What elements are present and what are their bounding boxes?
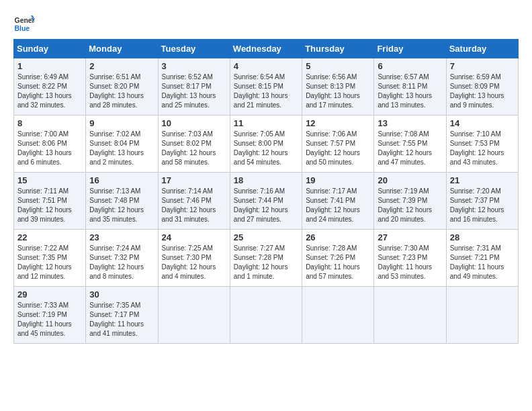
- day-info: Sunrise: 6:52 AM Sunset: 8:17 PM Dayligh…: [162, 73, 226, 110]
- calendar-cell: 20Sunrise: 7:19 AM Sunset: 7:39 PM Dayli…: [374, 173, 446, 230]
- day-info: Sunrise: 7:28 AM Sunset: 7:26 PM Dayligh…: [306, 244, 370, 281]
- day-info: Sunrise: 7:00 AM Sunset: 8:06 PM Dayligh…: [17, 130, 82, 167]
- days-header-row: SundayMondayTuesdayWednesdayThursdayFrid…: [14, 40, 519, 58]
- day-info: Sunrise: 7:08 AM Sunset: 7:55 PM Dayligh…: [378, 130, 442, 167]
- calendar-cell: 14Sunrise: 7:10 AM Sunset: 7:53 PM Dayli…: [446, 116, 518, 173]
- day-number: 23: [89, 232, 154, 242]
- calendar-cell: 19Sunrise: 7:17 AM Sunset: 7:41 PM Dayli…: [302, 173, 374, 230]
- day-number: 6: [378, 61, 442, 71]
- day-number: 15: [17, 175, 82, 185]
- day-number: 5: [306, 61, 370, 71]
- calendar-cell: [302, 287, 374, 344]
- day-info: Sunrise: 6:49 AM Sunset: 8:22 PM Dayligh…: [17, 73, 82, 110]
- calendar-table: SundayMondayTuesdayWednesdayThursdayFrid…: [13, 39, 519, 344]
- calendar-cell: 16Sunrise: 7:13 AM Sunset: 7:48 PM Dayli…: [86, 173, 158, 230]
- calendar-cell: 12Sunrise: 7:06 AM Sunset: 7:57 PM Dayli…: [302, 116, 374, 173]
- day-info: Sunrise: 7:24 AM Sunset: 7:32 PM Dayligh…: [89, 244, 154, 281]
- day-of-week-header: Monday: [86, 40, 158, 58]
- calendar-week-row: 8Sunrise: 7:00 AM Sunset: 8:06 PM Daylig…: [14, 116, 519, 173]
- day-of-week-header: Saturday: [446, 40, 518, 58]
- calendar-cell: 9Sunrise: 7:02 AM Sunset: 8:04 PM Daylig…: [86, 116, 158, 173]
- calendar-cell: [446, 287, 518, 344]
- day-number: 25: [234, 232, 298, 242]
- day-number: 4: [234, 61, 298, 71]
- calendar-cell: 15Sunrise: 7:11 AM Sunset: 7:51 PM Dayli…: [14, 173, 86, 230]
- day-number: 28: [450, 232, 515, 242]
- day-number: 26: [306, 232, 370, 242]
- calendar-cell: 2Sunrise: 6:51 AM Sunset: 8:20 PM Daylig…: [86, 58, 158, 116]
- day-number: 30: [89, 289, 154, 300]
- calendar-cell: 22Sunrise: 7:22 AM Sunset: 7:35 PM Dayli…: [14, 230, 86, 287]
- day-info: Sunrise: 7:30 AM Sunset: 7:23 PM Dayligh…: [378, 244, 442, 281]
- calendar-cell: 21Sunrise: 7:20 AM Sunset: 7:37 PM Dayli…: [446, 173, 518, 230]
- calendar-cell: [374, 287, 446, 344]
- day-info: Sunrise: 7:02 AM Sunset: 8:04 PM Dayligh…: [89, 130, 154, 167]
- calendar-cell: 25Sunrise: 7:27 AM Sunset: 7:28 PM Dayli…: [230, 230, 302, 287]
- day-info: Sunrise: 7:33 AM Sunset: 7:19 PM Dayligh…: [17, 301, 82, 338]
- calendar-cell: [230, 287, 302, 344]
- calendar-cell: 29Sunrise: 7:33 AM Sunset: 7:19 PM Dayli…: [14, 287, 86, 344]
- logo: General Blue: [13, 13, 38, 35]
- calendar-cell: 13Sunrise: 7:08 AM Sunset: 7:55 PM Dayli…: [374, 116, 446, 173]
- day-info: Sunrise: 7:10 AM Sunset: 7:53 PM Dayligh…: [450, 130, 515, 167]
- day-of-week-header: Sunday: [14, 40, 86, 58]
- day-info: Sunrise: 7:14 AM Sunset: 7:46 PM Dayligh…: [162, 187, 226, 224]
- day-number: 22: [17, 232, 82, 242]
- calendar-week-row: 15Sunrise: 7:11 AM Sunset: 7:51 PM Dayli…: [14, 173, 519, 230]
- day-number: 1: [17, 61, 82, 71]
- calendar-cell: 17Sunrise: 7:14 AM Sunset: 7:46 PM Dayli…: [158, 173, 230, 230]
- day-info: Sunrise: 6:57 AM Sunset: 8:11 PM Dayligh…: [378, 73, 442, 110]
- calendar-cell: 11Sunrise: 7:05 AM Sunset: 8:00 PM Dayli…: [230, 116, 302, 173]
- calendar-week-row: 1Sunrise: 6:49 AM Sunset: 8:22 PM Daylig…: [14, 58, 519, 116]
- calendar-cell: 3Sunrise: 6:52 AM Sunset: 8:17 PM Daylig…: [158, 58, 230, 116]
- day-info: Sunrise: 6:54 AM Sunset: 8:15 PM Dayligh…: [234, 73, 298, 110]
- calendar-cell: 1Sunrise: 6:49 AM Sunset: 8:22 PM Daylig…: [14, 58, 86, 116]
- day-number: 11: [234, 118, 298, 128]
- calendar-cell: 27Sunrise: 7:30 AM Sunset: 7:23 PM Dayli…: [374, 230, 446, 287]
- day-info: Sunrise: 6:59 AM Sunset: 8:09 PM Dayligh…: [450, 73, 515, 110]
- calendar-cell: 4Sunrise: 6:54 AM Sunset: 8:15 PM Daylig…: [230, 58, 302, 116]
- calendar-cell: 10Sunrise: 7:03 AM Sunset: 8:02 PM Dayli…: [158, 116, 230, 173]
- logo-icon: General Blue: [13, 13, 35, 35]
- day-number: 10: [162, 118, 226, 128]
- day-info: Sunrise: 6:51 AM Sunset: 8:20 PM Dayligh…: [89, 73, 154, 110]
- day-of-week-header: Friday: [374, 40, 446, 58]
- day-number: 8: [17, 118, 82, 128]
- day-info: Sunrise: 7:25 AM Sunset: 7:30 PM Dayligh…: [162, 244, 226, 281]
- day-number: 17: [162, 175, 226, 185]
- day-info: Sunrise: 7:13 AM Sunset: 7:48 PM Dayligh…: [89, 187, 154, 224]
- day-info: Sunrise: 7:17 AM Sunset: 7:41 PM Dayligh…: [306, 187, 370, 224]
- day-info: Sunrise: 7:06 AM Sunset: 7:57 PM Dayligh…: [306, 130, 370, 167]
- day-info: Sunrise: 7:19 AM Sunset: 7:39 PM Dayligh…: [378, 187, 442, 224]
- calendar-cell: 8Sunrise: 7:00 AM Sunset: 8:06 PM Daylig…: [14, 116, 86, 173]
- day-number: 3: [162, 61, 226, 71]
- calendar-week-row: 29Sunrise: 7:33 AM Sunset: 7:19 PM Dayli…: [14, 287, 519, 344]
- calendar-cell: 23Sunrise: 7:24 AM Sunset: 7:32 PM Dayli…: [86, 230, 158, 287]
- day-info: Sunrise: 7:11 AM Sunset: 7:51 PM Dayligh…: [17, 187, 82, 224]
- day-info: Sunrise: 7:16 AM Sunset: 7:44 PM Dayligh…: [234, 187, 298, 224]
- calendar-week-row: 22Sunrise: 7:22 AM Sunset: 7:35 PM Dayli…: [14, 230, 519, 287]
- day-number: 16: [89, 175, 154, 185]
- svg-text:Blue: Blue: [15, 25, 30, 32]
- day-number: 20: [378, 175, 442, 185]
- calendar-cell: 26Sunrise: 7:28 AM Sunset: 7:26 PM Dayli…: [302, 230, 374, 287]
- day-info: Sunrise: 7:22 AM Sunset: 7:35 PM Dayligh…: [17, 244, 82, 281]
- day-info: Sunrise: 7:05 AM Sunset: 8:00 PM Dayligh…: [234, 130, 298, 167]
- calendar-cell: 18Sunrise: 7:16 AM Sunset: 7:44 PM Dayli…: [230, 173, 302, 230]
- calendar-cell: [158, 287, 230, 344]
- day-number: 12: [306, 118, 370, 128]
- day-number: 7: [450, 61, 515, 71]
- day-info: Sunrise: 7:27 AM Sunset: 7:28 PM Dayligh…: [234, 244, 298, 281]
- day-number: 21: [450, 175, 515, 185]
- day-number: 24: [162, 232, 226, 242]
- calendar-cell: 6Sunrise: 6:57 AM Sunset: 8:11 PM Daylig…: [374, 58, 446, 116]
- day-of-week-header: Tuesday: [158, 40, 230, 58]
- day-number: 13: [378, 118, 442, 128]
- day-info: Sunrise: 7:20 AM Sunset: 7:37 PM Dayligh…: [450, 187, 515, 224]
- day-number: 14: [450, 118, 515, 128]
- day-info: Sunrise: 7:35 AM Sunset: 7:17 PM Dayligh…: [89, 301, 154, 338]
- day-number: 27: [378, 232, 442, 242]
- day-number: 18: [234, 175, 298, 185]
- calendar-cell: 30Sunrise: 7:35 AM Sunset: 7:17 PM Dayli…: [86, 287, 158, 344]
- day-of-week-header: Thursday: [302, 40, 374, 58]
